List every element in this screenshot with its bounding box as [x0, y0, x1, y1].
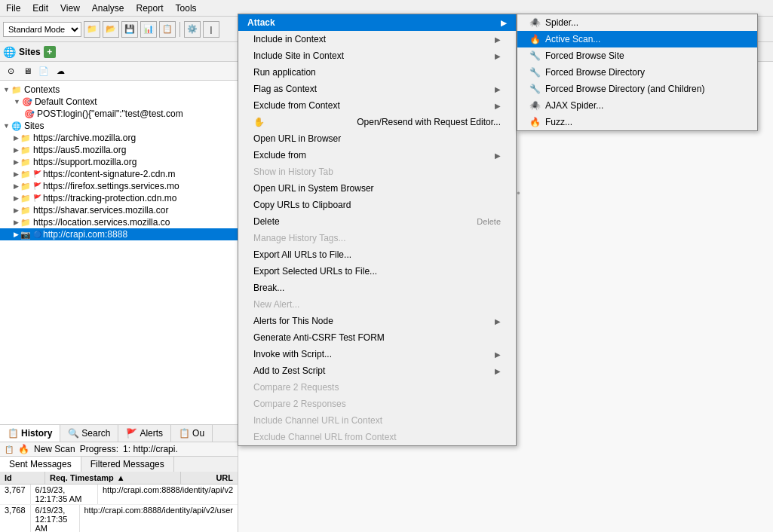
tab-search[interactable]: 🔍 Search [60, 425, 118, 442]
toolbar-btn-1[interactable]: 📁 [84, 21, 100, 38]
menu-generate-csrf[interactable]: Generate Anti-CSRF Test FORM [238, 329, 516, 346]
icon-btn-cloud[interactable]: ☁ [53, 63, 68, 78]
icon-btn-monitor[interactable]: 🖥 [20, 63, 35, 78]
submenu-forced-browse-site[interactable]: 🔧 Forced Browse Site [517, 47, 757, 64]
menu-flag-context[interactable]: Flag as Context▶ [238, 81, 516, 97]
toolbar-btn-5[interactable]: 📋 [159, 21, 176, 38]
toolbar-btn-2[interactable]: 📂 [103, 21, 119, 38]
col-timestamp: Req. Timestamp ▲ [45, 472, 181, 484]
menu-analyse[interactable]: Analyse [86, 2, 130, 15]
tab-history[interactable]: 📋 History [0, 425, 60, 442]
tab-alerts[interactable]: 🚩 Alerts [118, 425, 171, 442]
menu-exclude-context[interactable]: Exclude from Context▶ [238, 97, 516, 114]
menu-exclude-from[interactable]: Exclude from▶ [238, 147, 516, 164]
tree-site-7[interactable]: ▶ 📁 https://location.services.mozilla.co [0, 216, 238, 228]
submenu-forced-browse-site-label: Forced Browse Site [545, 50, 624, 61]
expand-arrow-contexts: ▼ [3, 86, 10, 93]
default-context-label: Default Context [35, 96, 97, 107]
menu-export-all-urls[interactable]: Export All URLs to File... [238, 246, 516, 263]
menu-include-site-context[interactable]: Include Site in Context▶ [238, 47, 516, 64]
expand-arrow-2: ▶ [14, 158, 19, 166]
cell-id-1: 3,768 [0, 505, 31, 532]
tree-site-3[interactable]: ▶ 📁 🚩 https://content-signature-2.cdn.m [0, 168, 238, 180]
menu-copy-urls[interactable]: Copy URLs to Clipboard [238, 197, 516, 213]
cell-url-0: http://crapi.com:8888/identity/api/v2 [98, 485, 238, 504]
msg-tab-sent[interactable]: Sent Messages [0, 457, 81, 472]
icon-btn-page[interactable]: 📄 [36, 63, 51, 78]
tree-site-6[interactable]: ▶ 📁 https://shavar.services.mozilla.cor [0, 204, 238, 216]
tree-site-8[interactable]: ▶ 📷 🔵 http://crapi.com:8888 [0, 228, 238, 240]
tree-post-login[interactable]: 🎯 POST:login(){"email":"test@test.com [0, 108, 238, 120]
menu-open-url-browser[interactable]: Open URL in Browser [238, 130, 516, 147]
submenu-ajax-spider-label: AJAX Spider... [545, 100, 603, 111]
menu-alerts-node[interactable]: Alerts for This Node▶ [238, 313, 516, 329]
menu-edit[interactable]: Edit [26, 2, 54, 15]
search-icon: 🔍 [68, 428, 79, 439]
toolbar-btn-6[interactable]: ⚙️ [184, 21, 201, 38]
table-row[interactable]: 3,767 6/19/23, 12:17:35 AM http://crapi.… [0, 485, 238, 505]
menu-invoke-script[interactable]: Invoke with Script...▶ [238, 346, 516, 362]
tree-contexts[interactable]: ▼ 📁 Contexts [0, 84, 238, 96]
toolbar-btn-3[interactable]: 💾 [121, 21, 138, 38]
toolbar-btn-4[interactable]: 📊 [140, 21, 157, 38]
submenu-active-scan[interactable]: 🔥 Active Scan... [517, 31, 757, 47]
site-label-6: https://shavar.services.mozilla.cor [33, 205, 168, 216]
progress-label: Progress: [80, 444, 118, 454]
submenu-fuzz[interactable]: 🔥 Fuzz... [517, 114, 757, 130]
menu-include-context[interactable]: Include in Context▶ [238, 31, 516, 47]
toolbar-btn-7[interactable]: | [203, 21, 219, 38]
expand-arrow-default: ▼ [14, 98, 20, 105]
tree-site-1[interactable]: ▶ 📁 https://aus5.mozilla.org [0, 144, 238, 156]
bottom-scan-toolbar: 📋 🔥 New Scan Progress: 1: http://crapi. [0, 442, 238, 456]
tree-sites[interactable]: ▼ 🌐 Sites [0, 120, 238, 132]
bottom-tabs: 📋 History 🔍 Search 🚩 Alerts 📋 Ou [0, 424, 238, 442]
tree-site-4[interactable]: ▶ 📁 🚩 https://firefox.settings.services.… [0, 180, 238, 192]
context-menu: Attack ▶ Include in Context▶ Include Sit… [238, 14, 517, 446]
submenu-spider[interactable]: 🕷️ Spider... [517, 14, 757, 31]
folder-icon-7: 📁 [20, 218, 31, 228]
folder-icon-8: 📷 [20, 230, 31, 240]
site-label-0: https://archive.mozilla.org [33, 133, 136, 143]
expand-arrow-7: ▶ [14, 219, 19, 226]
mode-select[interactable]: Standard Mode Safe Mode Protected Mode [3, 22, 81, 37]
menu-view[interactable]: View [54, 2, 86, 15]
msg-tab-filtered[interactable]: Filtered Messages [81, 457, 174, 472]
post-login-label: POST:login(){"email":"test@test.com [37, 109, 183, 119]
active-scan-icon: 🔥 [529, 34, 541, 44]
menu-file[interactable]: File [0, 2, 26, 15]
menu-tools[interactable]: Tools [170, 2, 203, 15]
ou-icon: 📋 [179, 428, 190, 439]
tree-site-2[interactable]: ▶ 📁 https://support.mozilla.org [0, 156, 238, 168]
icon-btn-circle[interactable]: ⊙ [3, 63, 18, 78]
tree-site-0[interactable]: ▶ 📁 https://archive.mozilla.org [0, 132, 238, 144]
new-scan-label[interactable]: New Scan [34, 444, 75, 454]
submenu-forced-browse-dir[interactable]: 🔧 Forced Browse Directory [517, 64, 757, 81]
menu-add-zest[interactable]: Add to Zest Script▶ [238, 362, 516, 379]
submenu-forced-browse-dir-children[interactable]: 🔧 Forced Browse Directory (and Children) [517, 81, 757, 97]
menu-delete[interactable]: DeleteDelete [238, 213, 516, 230]
submenu-forced-browse-dir-label: Forced Browse Directory [545, 67, 645, 78]
menu-break[interactable]: Break... [238, 280, 516, 296]
add-site-button[interactable]: + [44, 46, 56, 58]
expand-arrow-1: ▶ [14, 146, 19, 154]
tab-ou[interactable]: 📋 Ou [171, 425, 213, 442]
alerts-label: Alerts [140, 428, 163, 439]
tree-site-5[interactable]: ▶ 📁 🚩 https://tracking-protection.cdn.mo [0, 192, 238, 204]
menu-compare-requests: Compare 2 Requests [238, 379, 516, 396]
table-row[interactable]: 3,768 6/19/23, 12:17:35 AM http://crapi.… [0, 505, 238, 532]
post-login-icon: 🎯 [24, 109, 35, 119]
history-icon: 📋 [8, 428, 19, 439]
menu-report[interactable]: Report [130, 2, 170, 15]
submenu-ajax-spider[interactable]: 🕷️ AJAX Spider... [517, 97, 757, 114]
site-label-8: http://crapi.com:8888 [43, 229, 127, 240]
menu-export-selected-urls[interactable]: Export Selected URLs to File... [238, 263, 516, 280]
tree-default-context[interactable]: ▼ 🎯 Default Context [0, 96, 238, 108]
menu-open-request-editor[interactable]: ✋ Open/Resend with Request Editor... [238, 114, 516, 130]
menu-run-application[interactable]: Run application [238, 64, 516, 81]
ou-label: Ou [192, 428, 204, 439]
menu-open-url-system[interactable]: Open URL in System Browser [238, 180, 516, 197]
menu-show-history: Show in History Tab [238, 164, 516, 180]
new-scan-icon: 🔥 [18, 444, 29, 454]
col-url: URL [181, 472, 238, 484]
forced-browse-site-icon: 🔧 [529, 50, 541, 61]
